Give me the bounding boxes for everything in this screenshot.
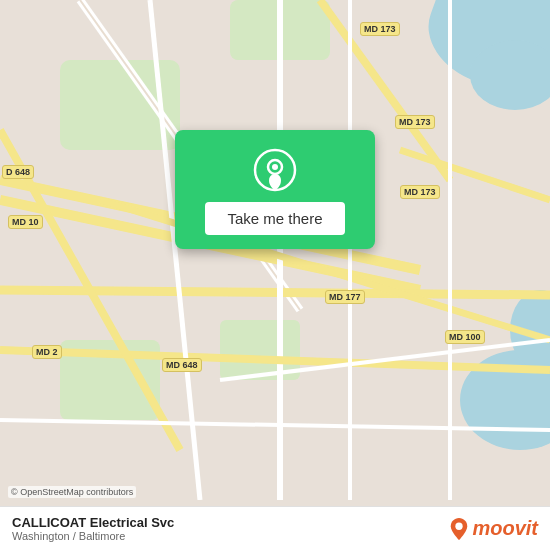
- moovit-logo: moovit: [450, 517, 538, 540]
- road-label-md173-top: MD 173: [360, 22, 400, 36]
- svg-point-19: [456, 522, 463, 529]
- green-area-4: [60, 340, 160, 420]
- water-right-1: [470, 40, 550, 110]
- road-label-md2: MD 2: [32, 345, 62, 359]
- road-label-md10: MD 10: [8, 215, 43, 229]
- moovit-pin-icon: [450, 518, 468, 540]
- map-container: MD 173 MD 173 MD 173 D 648 MD 10 MD 177 …: [0, 0, 550, 550]
- green-area-1: [60, 60, 180, 150]
- svg-point-18: [272, 164, 278, 170]
- road-label-d648-left: D 648: [2, 165, 34, 179]
- location-info: CALLICOAT Electrical Svc Washington / Ba…: [12, 515, 174, 542]
- road-label-md173-mid: MD 173: [395, 115, 435, 129]
- bottom-bar: CALLICOAT Electrical Svc Washington / Ba…: [0, 506, 550, 550]
- location-title: CALLICOAT Electrical Svc: [12, 515, 174, 530]
- osm-attribution: © OpenStreetMap contributors: [8, 486, 136, 498]
- road-label-md648-bot: MD 648: [162, 358, 202, 372]
- location-subtitle: Washington / Baltimore: [12, 530, 174, 542]
- take-me-there-button[interactable]: Take me there: [205, 202, 345, 235]
- location-pin-icon: [253, 148, 297, 192]
- location-popup: Take me there: [175, 130, 375, 249]
- green-area-3: [220, 320, 300, 380]
- green-area-2: [230, 0, 330, 60]
- road-label-md173-bot: MD 173: [400, 185, 440, 199]
- road-label-md177: MD 177: [325, 290, 365, 304]
- road-label-md100: MD 100: [445, 330, 485, 344]
- moovit-text: moovit: [472, 517, 538, 540]
